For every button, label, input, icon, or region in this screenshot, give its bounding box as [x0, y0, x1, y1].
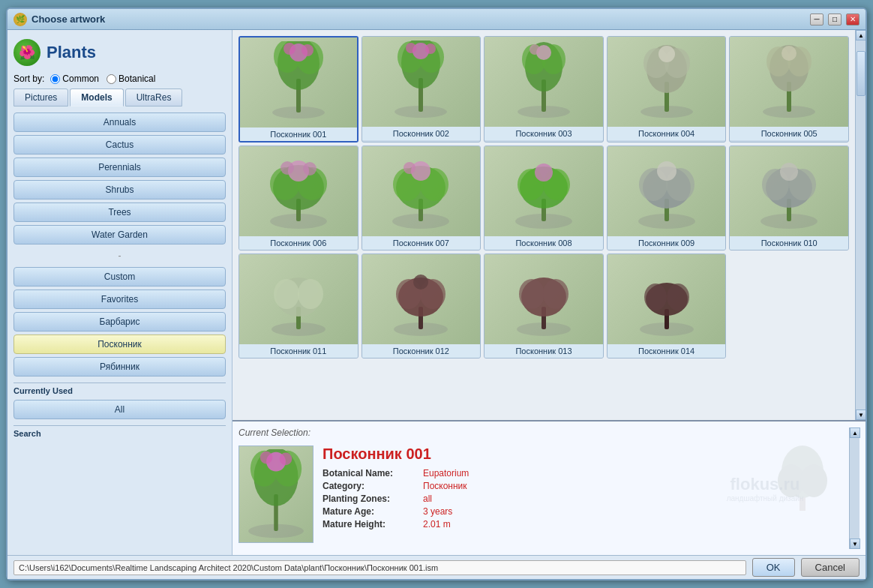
thumb-item-4[interactable]: Посконник 004	[607, 36, 727, 142]
thumb-label-6: Посконник 006	[239, 236, 358, 250]
thumb-label-4: Посконник 004	[608, 127, 726, 140]
thumb-item-14[interactable]: Посконник 014	[607, 254, 727, 358]
thumb-img-11	[239, 254, 358, 344]
svg-point-28	[658, 46, 675, 62]
tab-pictures[interactable]: Pictures	[14, 88, 68, 106]
planting-zones-label: Planting Zones:	[322, 494, 420, 504]
window-title: Choose artwork	[32, 14, 806, 25]
svg-point-41	[280, 161, 294, 175]
category-barberry[interactable]: Барбарис	[14, 312, 226, 332]
svg-point-34	[782, 46, 796, 61]
main-window: 🌿 Choose artwork ─ □ ✕ 🌺 Plants Sort by:…	[6, 8, 867, 580]
category-cactus[interactable]: Cactus	[14, 135, 226, 154]
detail-mature-age-row: Mature Age: 3 years	[322, 506, 681, 517]
thumb-label-14: Посконник 014	[608, 344, 726, 358]
cancel-button[interactable]: Cancel	[801, 558, 860, 577]
status-path: C:\Users\i162\Documents\Realtime Landsca…	[14, 560, 746, 575]
category-ryabinnik[interactable]: Рябинник	[14, 357, 226, 376]
botanical-name-value: Eupatorium	[423, 468, 469, 478]
thumb-img-12	[362, 254, 481, 344]
svg-point-95	[260, 452, 273, 464]
maximize-button[interactable]: □	[828, 14, 842, 26]
category-perennials[interactable]: Perennials	[14, 158, 226, 177]
watermark-site: flokus.ru	[730, 475, 800, 494]
thumb-img-7	[362, 146, 481, 236]
thumb-item-5[interactable]: Посконник 005	[729, 36, 849, 142]
svg-point-88	[667, 284, 689, 310]
svg-point-96	[280, 453, 292, 466]
thumb-img-14	[608, 254, 726, 344]
svg-point-82	[519, 279, 544, 309]
thumb-label-1: Посконник 001	[240, 128, 357, 141]
svg-point-14	[406, 43, 416, 53]
detail-planting-zones-row: Planting Zones: all	[322, 494, 681, 504]
minimize-button[interactable]: ─	[810, 14, 824, 26]
section-currently-used: Currently Used	[14, 382, 226, 397]
thumb-img-8	[484, 146, 603, 236]
category-water-garden[interactable]: Water Garden	[14, 225, 226, 244]
thumb-item-6[interactable]: Посконник 006	[238, 146, 358, 250]
thumb-item-8[interactable]: Посконник 008	[484, 146, 604, 250]
scroll-down-arrow[interactable]: ▼	[856, 410, 866, 420]
statusbar: C:\Users\i162\Documents\Realtime Landsca…	[8, 555, 866, 579]
ok-button[interactable]: OK	[752, 558, 795, 577]
detail-scrollbar[interactable]: ▲ ▼	[849, 428, 860, 549]
thumb-item-10[interactable]: Посконник 010	[729, 146, 849, 250]
svg-point-55	[535, 164, 553, 182]
mature-age-label: Mature Age:	[322, 506, 420, 517]
category-favorites[interactable]: Favorites	[14, 290, 226, 309]
close-button[interactable]: ✕	[846, 14, 860, 26]
scroll-up-arrow[interactable]: ▲	[856, 30, 866, 40]
detail-plant-name: Посконник 001	[322, 446, 681, 463]
thumb-img-1	[240, 38, 357, 128]
plants-title: Plants	[46, 43, 96, 62]
svg-point-87	[644, 284, 667, 310]
grid-scrollbar[interactable]: ▲ ▼	[855, 30, 866, 420]
tab-ultrares[interactable]: UltraRes	[125, 88, 183, 106]
category-trees[interactable]: Trees	[14, 202, 226, 222]
left-panel: 🌺 Plants Sort by: Common Botanical Pictu…	[8, 30, 232, 555]
sort-botanical-radio[interactable]: Botanical	[106, 74, 155, 84]
thumb-img-2	[362, 37, 481, 127]
thumb-label-10: Посконник 010	[730, 236, 848, 250]
thumb-item-1[interactable]: Посконник 001	[238, 36, 358, 142]
detail-scroll-down[interactable]: ▼	[850, 538, 860, 549]
thumb-label-12: Посконник 012	[362, 344, 481, 358]
thumb-item-3[interactable]: Посконник 003	[484, 36, 604, 142]
sort-common-radio[interactable]: Common	[50, 74, 99, 84]
thumb-item-7[interactable]: Посконник 007	[362, 146, 482, 250]
thumb-label-3: Посконник 003	[484, 127, 603, 140]
category-poskonnik[interactable]: Посконник	[14, 334, 226, 354]
plants-header: 🌺 Plants	[14, 36, 226, 69]
category-all[interactable]: All	[14, 400, 226, 419]
thumb-item-11[interactable]: Посконник 011	[238, 254, 358, 358]
tab-models[interactable]: Models	[70, 88, 123, 106]
sort-by-label: Sort by:	[14, 74, 44, 84]
category-divider: -	[14, 248, 226, 264]
thumb-item-13[interactable]: Посконник 013	[484, 254, 604, 358]
thumbnail-grid: Посконник 001	[236, 33, 852, 362]
thumb-label-11: Посконник 011	[239, 344, 358, 358]
svg-point-15	[425, 44, 436, 54]
svg-point-6	[284, 43, 296, 55]
detail-scroll-up[interactable]: ▲	[850, 428, 860, 438]
watermark-subtitle: ландшафтный дизайн	[727, 494, 804, 502]
thumb-item-9[interactable]: Посконник 009	[607, 146, 727, 250]
category-annuals[interactable]: Annuals	[14, 112, 226, 132]
plants-icon: 🌺	[14, 39, 40, 66]
thumb-img-6	[239, 146, 358, 236]
thumb-img-13	[484, 254, 603, 344]
thumb-item-12[interactable]: Посконник 012	[362, 254, 482, 358]
scroll-thumb[interactable]	[856, 51, 866, 96]
category-shrubs[interactable]: Shrubs	[14, 180, 226, 200]
mature-height-label: Mature Height:	[322, 519, 420, 530]
thumb-item-2[interactable]: Посконник 002	[362, 36, 482, 142]
mature-age-value: 3 years	[423, 506, 452, 517]
svg-point-7	[302, 44, 314, 56]
detail-mature-height-row: Mature Height: 2.01 m	[322, 519, 681, 530]
thumb-label-13: Посконник 013	[484, 344, 603, 358]
thumb-label-5: Посконник 005	[730, 127, 848, 140]
sort-row: Sort by: Common Botanical	[14, 72, 226, 86]
svg-point-83	[543, 279, 568, 309]
category-custom[interactable]: Custom	[14, 267, 226, 286]
